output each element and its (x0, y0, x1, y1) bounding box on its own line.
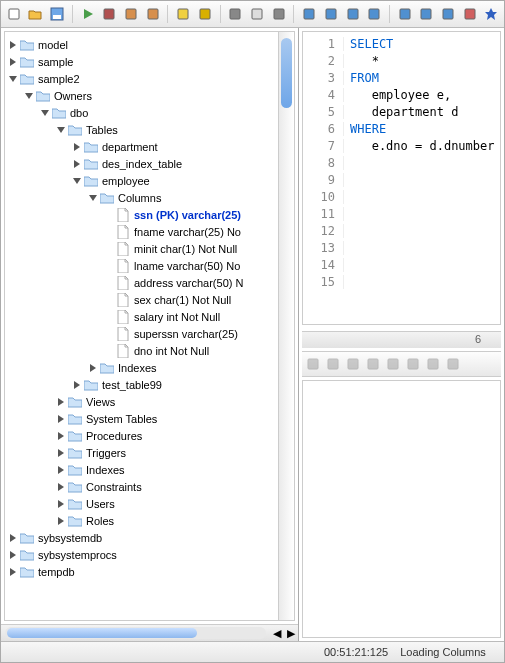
runbg-icon[interactable] (100, 5, 118, 23)
dbgrid-icon[interactable] (270, 5, 288, 23)
indent1-icon[interactable] (386, 357, 400, 371)
twisty-open-icon[interactable] (87, 192, 99, 204)
open-icon[interactable] (27, 5, 45, 23)
undo-icon[interactable] (306, 357, 320, 371)
tree-row[interactable]: Roles (7, 512, 292, 529)
run-icon[interactable] (79, 5, 97, 23)
twisty-open-icon[interactable] (55, 124, 67, 136)
sql-editor[interactable]: 1SELECT2 *3FROM4 employee e,5 department… (302, 31, 501, 325)
save-icon[interactable] (48, 5, 66, 23)
twisty-closed-icon[interactable] (55, 515, 67, 527)
redo-icon[interactable] (326, 357, 340, 371)
indent2-icon[interactable] (406, 357, 420, 371)
comment-icon[interactable] (346, 357, 360, 371)
code-line[interactable]: SELECT (344, 37, 393, 51)
tree-row[interactable]: superssn varchar(25) (7, 325, 292, 342)
list1-icon[interactable] (322, 5, 340, 23)
tree-row[interactable]: System Tables (7, 410, 292, 427)
twisty-closed-icon[interactable] (71, 158, 83, 170)
grid-icon[interactable] (227, 5, 245, 23)
tree-row[interactable]: minit char(1) Not Null (7, 240, 292, 257)
scroll-right-icon[interactable]: ▶ (284, 627, 298, 640)
tree-row[interactable]: des_index_table (7, 155, 292, 172)
code-line[interactable]: FROM (344, 71, 379, 85)
tools-icon[interactable] (418, 5, 436, 23)
twisty-open-icon[interactable] (23, 90, 35, 102)
twisty-open-icon[interactable] (71, 175, 83, 187)
code-line[interactable]: WHERE (344, 122, 386, 136)
bar-icon[interactable] (461, 5, 479, 23)
editor-horizontal-scrollbar[interactable]: 6 (302, 331, 501, 348)
twisty-closed-icon[interactable] (55, 481, 67, 493)
twisty-closed-icon[interactable] (7, 56, 19, 68)
code-line[interactable]: e.dno = d.dnumber (344, 139, 495, 153)
copy2-icon[interactable] (426, 357, 440, 371)
tree-row[interactable]: Indexes (7, 359, 292, 376)
scrollbar-thumb[interactable] (7, 628, 197, 638)
adv-icon[interactable] (366, 357, 380, 371)
tree-row[interactable]: salary int Not Null (7, 308, 292, 325)
twisty-closed-icon[interactable] (55, 498, 67, 510)
twisty-closed-icon[interactable] (7, 532, 19, 544)
tree-row[interactable]: Users (7, 495, 292, 512)
tree-row[interactable]: department (7, 138, 292, 155)
tree-row[interactable]: sybsystemdb (7, 529, 292, 546)
tree-scroll[interactable]: modelsamplesample2OwnersdboTablesdepartm… (4, 31, 295, 621)
twisty-closed-icon[interactable] (55, 464, 67, 476)
tree-row[interactable]: Procedures (7, 427, 292, 444)
list2-icon[interactable] (344, 5, 362, 23)
paste2-icon[interactable] (446, 357, 460, 371)
twisty-closed-icon[interactable] (55, 413, 67, 425)
code-line[interactable]: * (344, 54, 379, 68)
results-pane[interactable] (302, 380, 501, 638)
star-icon[interactable] (482, 5, 500, 23)
lines-icon[interactable] (365, 5, 383, 23)
twisty-closed-icon[interactable] (71, 379, 83, 391)
twisty-open-icon[interactable] (7, 73, 19, 85)
tree-row[interactable]: sex char(1) Not Null (7, 291, 292, 308)
tree-row[interactable]: Owners (7, 87, 292, 104)
db-icon[interactable] (174, 5, 192, 23)
twisty-closed-icon[interactable] (7, 549, 19, 561)
tree-row[interactable]: model (7, 36, 292, 53)
tree-row[interactable]: Constraints (7, 478, 292, 495)
twisty-closed-icon[interactable] (7, 566, 19, 578)
tree-row[interactable]: sybsystemprocs (7, 546, 292, 563)
tree-row[interactable]: employee (7, 172, 292, 189)
tree-row[interactable]: lname varchar(50) No (7, 257, 292, 274)
tree-row[interactable]: ssn (PK) varchar(25) (7, 206, 292, 223)
tree-row[interactable]: Tables (7, 121, 292, 138)
tree-row[interactable]: Triggers (7, 444, 292, 461)
doc-icon[interactable] (248, 5, 266, 23)
scroll-left-icon[interactable]: ◀ (270, 627, 284, 640)
tree-row[interactable]: fname varchar(25) No (7, 223, 292, 240)
code-line[interactable]: employee e, (344, 88, 451, 102)
list3-icon[interactable] (439, 5, 457, 23)
tree-row[interactable]: Columns (7, 189, 292, 206)
tree-vertical-scrollbar[interactable] (278, 32, 294, 620)
tree-row[interactable]: tempdb (7, 563, 292, 580)
twisty-open-icon[interactable] (39, 107, 51, 119)
twisty-closed-icon[interactable] (55, 396, 67, 408)
scrollbar-thumb[interactable] (281, 38, 292, 108)
twisty-closed-icon[interactable] (7, 39, 19, 51)
code-line[interactable]: department d (344, 105, 458, 119)
twisty-closed-icon[interactable] (55, 447, 67, 459)
tree-row[interactable]: sample (7, 53, 292, 70)
scan-icon[interactable] (396, 5, 414, 23)
tree-row[interactable]: sample2 (7, 70, 292, 87)
paste-icon[interactable] (144, 5, 162, 23)
tree-row[interactable]: Indexes (7, 461, 292, 478)
copy-icon[interactable] (122, 5, 140, 23)
wand-icon[interactable] (196, 5, 214, 23)
book-icon[interactable] (300, 5, 318, 23)
new-icon[interactable] (5, 5, 23, 23)
tree-row[interactable]: dno int Not Null (7, 342, 292, 359)
tree-row[interactable]: test_table99 (7, 376, 292, 393)
twisty-closed-icon[interactable] (71, 141, 83, 153)
twisty-closed-icon[interactable] (87, 362, 99, 374)
tree-row[interactable]: address varchar(50) N (7, 274, 292, 291)
twisty-closed-icon[interactable] (55, 430, 67, 442)
tree-row[interactable]: Views (7, 393, 292, 410)
tree-row[interactable]: dbo (7, 104, 292, 121)
